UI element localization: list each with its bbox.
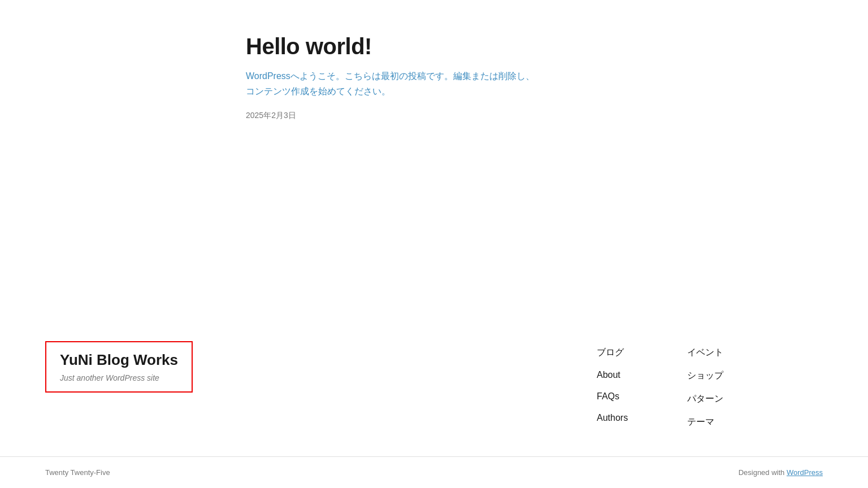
footer-brand-name: YuNi Blog Works bbox=[60, 351, 178, 369]
footer-nav-theme[interactable]: テーマ bbox=[687, 411, 778, 434]
main-content: Hello world! WordPressへようこそ。こちらは最初の投稿です。… bbox=[235, 0, 641, 143]
footer-nav-authors[interactable]: Authors bbox=[597, 407, 687, 429]
footer-wordpress-credit: Designed with WordPress bbox=[739, 468, 823, 477]
page-wrapper: Hello world! WordPressへようこそ。こちらは最初の投稿です。… bbox=[0, 0, 868, 488]
footer-nav-about[interactable]: About bbox=[597, 364, 687, 386]
footer-nav-col2: イベント ショップ パターン テーマ bbox=[687, 341, 778, 434]
post-date: 2025年2月3日 bbox=[246, 111, 296, 120]
footer-main: YuNi Blog Works Just another WordPress s… bbox=[0, 307, 868, 456]
footer-brand[interactable]: YuNi Blog Works Just another WordPress s… bbox=[45, 341, 193, 393]
footer-designed-with: Designed with bbox=[739, 468, 787, 477]
footer-nav: ブログ About FAQs Authors イベント ショップ パターン テー… bbox=[597, 341, 778, 434]
footer-nav-faqs[interactable]: FAQs bbox=[597, 386, 687, 407]
footer-wordpress-link[interactable]: WordPress bbox=[787, 468, 823, 477]
footer-brand-tagline: Just another WordPress site bbox=[60, 373, 178, 382]
post-excerpt: WordPressへようこそ。こちらは最初の投稿です。編集または削除し、コンテン… bbox=[246, 68, 540, 99]
footer-theme-credit: Twenty Twenty-Five bbox=[45, 468, 110, 477]
post-title: Hello world! bbox=[246, 34, 630, 59]
footer-bottom: Twenty Twenty-Five Designed with WordPre… bbox=[0, 456, 868, 488]
footer-nav-col1: ブログ About FAQs Authors bbox=[597, 341, 687, 434]
footer-nav-shop[interactable]: ショップ bbox=[687, 364, 778, 387]
footer-nav-events[interactable]: イベント bbox=[687, 341, 778, 364]
footer: YuNi Blog Works Just another WordPress s… bbox=[0, 307, 868, 488]
footer-nav-blog[interactable]: ブログ bbox=[597, 341, 687, 364]
footer-nav-patterns[interactable]: パターン bbox=[687, 387, 778, 411]
